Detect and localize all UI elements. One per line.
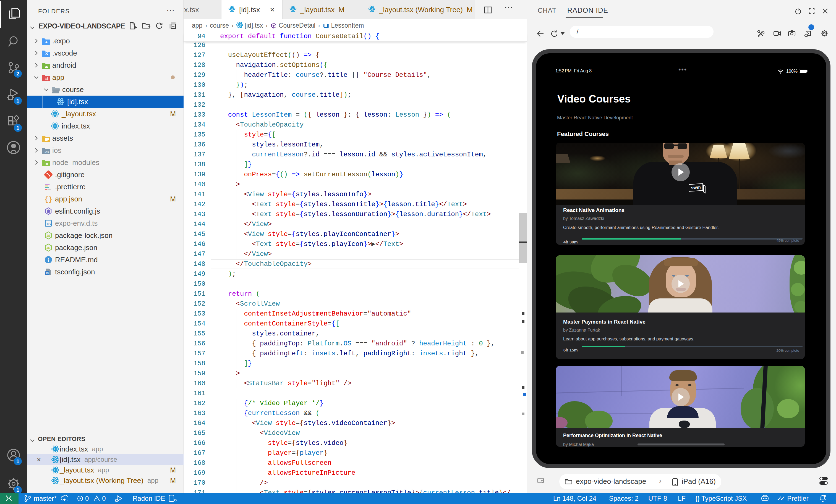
svg-text:i: i [48,257,49,263]
svg-text:{}: {} [44,196,53,203]
svg-text:JS: JS [46,246,50,250]
svg-text:JS: JS [46,234,50,237]
svg-text:TS: TS [46,222,51,226]
svg-text:iOS: iOS [44,151,49,154]
svg-text:TS: TS [45,272,49,275]
